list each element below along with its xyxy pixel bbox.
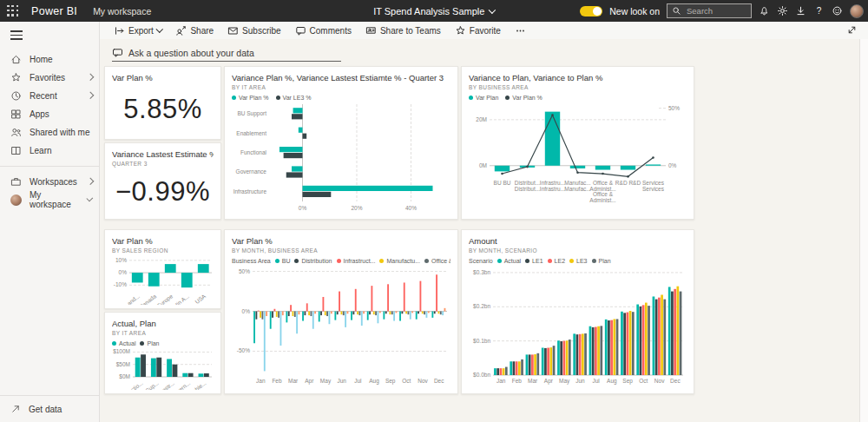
notifications-button[interactable] — [759, 5, 770, 16]
search-box[interactable] — [667, 3, 752, 18]
report-title-menu[interactable]: IT Spend Analysis Sample — [373, 6, 495, 16]
settings-button[interactable] — [777, 5, 788, 16]
hamburger-menu-icon[interactable] — [10, 30, 23, 40]
legend-item[interactable]: Actual — [112, 340, 135, 346]
share-button[interactable]: Share — [175, 25, 214, 36]
bar — [661, 295, 663, 375]
legend-swatch — [275, 259, 279, 263]
bar — [674, 289, 676, 375]
tile-amount-by-month-scenario[interactable]: Amount BY MONTH, SCENARIO ScenarioActual… — [461, 229, 694, 394]
bar — [623, 313, 626, 375]
legend-item[interactable]: Manufactu... — [379, 258, 420, 264]
bar — [253, 312, 255, 344]
tile-variance-by-business-area[interactable]: Variance to Plan, Variance to Plan % BY … — [461, 66, 694, 220]
tile-subtitle: BY BUSINESS AREA — [469, 83, 687, 91]
tile-var-plan-by-month-business-area[interactable]: Var Plan % BY MONTH, BUSINESS AREA Busin… — [224, 229, 458, 394]
tile-var-plan-by-sales-region[interactable]: Var Plan % BY SALES REGION 10%0%-10%Aus … — [104, 229, 221, 309]
sidebar-item-my-workspace[interactable]: My workspace — [0, 191, 99, 209]
sidebar-item-apps[interactable]: Apps — [0, 105, 99, 123]
qna-input[interactable]: Ask a question about your data — [112, 47, 341, 62]
bar — [188, 373, 194, 377]
legend-item[interactable]: Plan — [592, 258, 611, 264]
export-button[interactable]: Export — [114, 25, 161, 36]
bar — [357, 312, 358, 315]
sidebar-item-home[interactable]: Home — [0, 50, 99, 69]
tile-variance-by-it-area[interactable]: Variance Plan %, Variance Lastest Estiam… — [224, 66, 458, 220]
bar — [640, 307, 642, 375]
favorite-button[interactable]: Favorite — [455, 25, 501, 36]
y-tick-label: 0% — [242, 308, 251, 314]
kpi-value: −0.99% — [115, 176, 210, 208]
bar — [579, 334, 582, 375]
chart-legend: ScenarioActualLE1LE2LE3Plan — [469, 258, 687, 264]
legend-item[interactable]: BU — [275, 258, 291, 264]
app-launcher-icon[interactable] — [7, 5, 19, 17]
subscribe-button[interactable]: Subscribe — [227, 25, 280, 36]
legend-item[interactable]: Var Plan % — [505, 95, 542, 101]
sidebar-item-shared-with-me[interactable]: Shared with me — [0, 123, 99, 142]
sidebar-item-workspaces[interactable]: Workspaces — [0, 173, 99, 191]
line-marker — [526, 166, 529, 168]
legend-swatch — [505, 96, 510, 100]
share-to-teams-button[interactable]: Share to Teams — [365, 25, 441, 36]
bar — [419, 281, 421, 312]
bar — [312, 312, 314, 329]
feedback-button[interactable] — [832, 5, 843, 16]
legend-item[interactable]: Var LE3 % — [276, 95, 312, 101]
bar — [371, 286, 372, 311]
user-avatar[interactable] — [850, 4, 864, 18]
legend-item[interactable]: Var Plan % — [232, 95, 269, 101]
sidebar-item-favorites[interactable]: Favorites — [0, 69, 99, 87]
topbar-actions: New look on ? — [580, 3, 868, 18]
sidebar-item-label: Recent — [30, 91, 57, 101]
export-icon — [114, 25, 125, 36]
new-look-toggle[interactable] — [580, 6, 602, 16]
series-R&D — [264, 312, 444, 372]
download-button[interactable] — [795, 5, 806, 16]
legend-item[interactable]: Actual — [497, 258, 521, 264]
powerbi-logo[interactable]: Power BI — [31, 5, 77, 17]
y-category-label: Infrastructure — [233, 188, 267, 195]
combo-chart-variance-by-business-area: 20M0M50%0%BU BUDistribut...Distribut...I… — [469, 102, 687, 212]
help-icon: ? — [813, 5, 825, 16]
legend-item[interactable]: LE2 — [548, 258, 565, 264]
y-tick-label: 0% — [119, 269, 128, 275]
fullscreen-icon[interactable] — [846, 24, 858, 36]
bar-chart-month-business-area: 50%0%-50%JanFebMarAprMayJunJulAugSepOctN… — [232, 266, 450, 386]
search-input[interactable] — [685, 5, 740, 16]
tile-variance-latest-estimate-kpi[interactable]: Variance Lastest Estimate % QUARTER 3 −0… — [104, 142, 221, 220]
bar — [379, 312, 381, 313]
bar — [290, 305, 292, 311]
more-options-button[interactable] — [515, 25, 526, 36]
x-tick-label: Manufac... — [564, 186, 591, 192]
legend-item[interactable]: Office & A... — [424, 258, 450, 264]
tile-actual-plan-by-it-area[interactable]: Actual, Plan BY IT AREA ActualPlan $100M… — [104, 312, 221, 394]
bar — [304, 312, 306, 316]
bar — [636, 305, 639, 375]
y-right-tick-label: 50% — [668, 105, 680, 111]
legend-item[interactable]: LE1 — [525, 258, 542, 264]
tile-title: Var Plan % — [112, 236, 214, 247]
bar — [655, 300, 658, 375]
bar — [135, 358, 141, 377]
bar — [516, 361, 518, 375]
topbar-workspace-label[interactable]: My workspace — [93, 6, 151, 16]
tile-var-plan-kpi[interactable]: Var Plan % 5.85% — [104, 66, 221, 140]
bar — [600, 326, 602, 375]
legend-item[interactable]: LE3 — [569, 258, 587, 264]
bar — [296, 312, 298, 334]
help-button[interactable]: ? — [813, 5, 825, 16]
legend-item[interactable]: Var Plan — [469, 95, 498, 101]
x-tick-label: Functio... — [122, 380, 144, 390]
legend-item[interactable]: Distribution — [294, 258, 332, 264]
get-data-button[interactable]: Get data — [0, 395, 99, 422]
chart-legend: Business AreaBUDistributionInfrastruct..… — [232, 258, 450, 264]
bar — [339, 292, 340, 312]
comments-button[interactable]: Comments — [295, 25, 352, 36]
series-Infrastruct... — [258, 274, 437, 311]
bar — [385, 312, 387, 314]
sidebar-item-recent[interactable]: Recent — [0, 87, 99, 105]
legend-item[interactable]: Plan — [140, 340, 159, 346]
legend-item[interactable]: Infrastruct... — [337, 258, 376, 264]
sidebar-item-learn[interactable]: Learn — [0, 142, 99, 160]
